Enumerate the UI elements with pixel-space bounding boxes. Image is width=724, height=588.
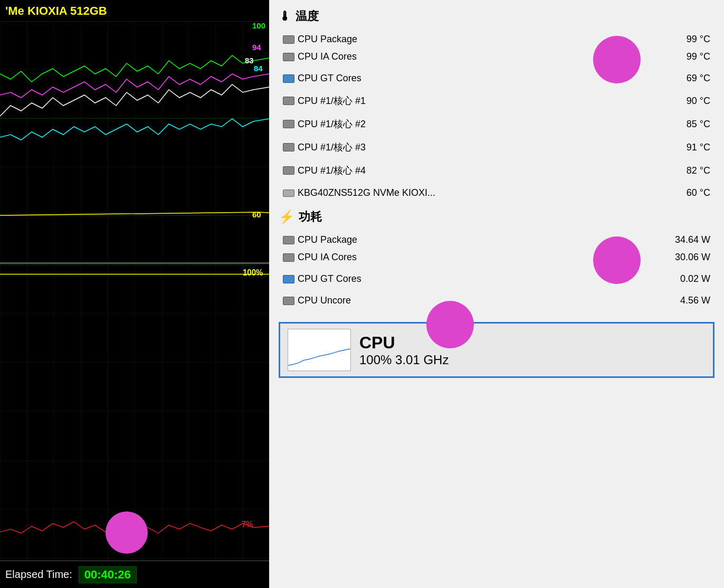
top-graph: 'Me KIOXIA 512GB [0,0,269,264]
power-section-header: ⚡ 功耗 [279,209,715,225]
left-panel: 'Me KIOXIA 512GB [0,0,269,588]
chip-icon [283,253,294,262]
pink-circle-power [593,236,641,284]
cpu-box[interactable]: CPU 100% 3.01 GHz [279,322,715,378]
elapsed-label: Elapsed Time: [5,568,72,581]
chip-icon [283,35,294,44]
elapsed-bar: Elapsed Time: 00:40:26 [0,561,269,588]
temp-row-core3: CPU #1/核心 #3 91 °C [279,138,715,157]
svg-text:100: 100 [252,21,265,30]
sensor-value: 82 °C [658,165,710,176]
cpu-mini-graph [288,329,351,371]
sensor-value: 30.06 W [658,252,710,263]
graph-title: 'Me KIOXIA 512GB [0,0,112,22]
temp-row-nvme: KBG40ZNS512G NVMe KIOXI... 60 °C [279,184,715,202]
temp-row-core1: CPU #1/核心 #1 90 °C [279,91,715,110]
sensor-name: CPU #1/核心 #2 [298,118,658,130]
temp-row-cpu-gt-cores: CPU GT Cores 69 °C [279,70,715,87]
sensor-value: 60 °C [658,187,710,198]
svg-text:7%: 7% [242,520,253,529]
temp-section-label: 温度 [296,8,319,24]
cpu-title: CPU [359,333,706,353]
bolt-icon: ⚡ [279,210,294,224]
svg-rect-15 [289,329,350,371]
sensor-name: CPU #1/核心 #3 [298,141,658,154]
monitor-icon [283,275,294,283]
temp-row-core2: CPU #1/核心 #2 85 °C [279,115,715,134]
sensor-value: 99 °C [658,51,710,62]
sensor-value: 4.56 W [658,295,710,306]
sensor-value: 69 °C [658,73,710,84]
monitor-icon [283,74,294,83]
chip-icon [283,297,294,305]
pink-circle-cpu-box [426,301,474,348]
sensor-value: 90 °C [658,96,710,107]
svg-text:84: 84 [254,64,263,73]
chip-icon [283,143,294,151]
temp-row-cpu-package: CPU Package 99 °C [279,31,715,48]
temp-row-core4: CPU #1/核心 #4 82 °C [279,161,715,180]
temp-row-cpu-ia-cores: CPU IA Cores 99 °C [279,48,715,65]
sensor-name: CPU #1/核心 #4 [298,164,658,177]
thermometer-icon: 🌡 [279,9,291,24]
cpu-info: CPU 100% 3.01 GHz [359,333,706,367]
temp-section-header: 🌡 温度 [279,8,715,24]
elapsed-value: 00:40:26 [79,566,137,583]
power-row-cpu-ia-cores: CPU IA Cores 30.06 W [279,249,715,266]
chip-icon [283,97,294,105]
sensor-name: CPU Uncore [298,295,658,306]
right-panel: 🌡 温度 CPU Package 99 °C CPU IA Cores 99 °… [269,0,724,588]
power-row-cpu-package: CPU Package 34.64 W [279,231,715,249]
power-row-cpu-gt-cores: CPU GT Cores 0.02 W [279,270,715,288]
sensor-value: 99 °C [658,34,710,45]
sensor-value: 34.64 W [658,234,710,245]
sensor-name: KBG40ZNS512G NVMe KIOXI... [298,187,658,198]
power-row-cpu-uncore: CPU Uncore 4.56 W [279,292,715,309]
svg-text:60: 60 [252,210,261,219]
svg-text:83: 83 [245,56,254,65]
chip-icon [283,236,294,244]
sensor-value: 91 °C [658,142,710,153]
chip-icon [283,166,294,175]
svg-text:94: 94 [252,43,261,52]
cpu-subtitle: 100% 3.01 GHz [359,353,706,367]
pink-circle-temp [593,36,641,83]
sensor-name: CPU #1/核心 #1 [298,94,658,107]
power-section-label: 功耗 [299,209,322,225]
pink-circle-bottom [106,511,148,554]
bottom-graph: 100% 7% Elapsed Time: 00:40:26 [0,264,269,588]
svg-text:100%: 100% [243,268,263,277]
sensor-value: 0.02 W [658,273,710,284]
drive-icon [283,189,294,197]
chip-icon [283,53,294,61]
chip-icon [283,120,294,128]
sensor-value: 85 °C [658,119,710,130]
svg-rect-1 [0,21,269,264]
